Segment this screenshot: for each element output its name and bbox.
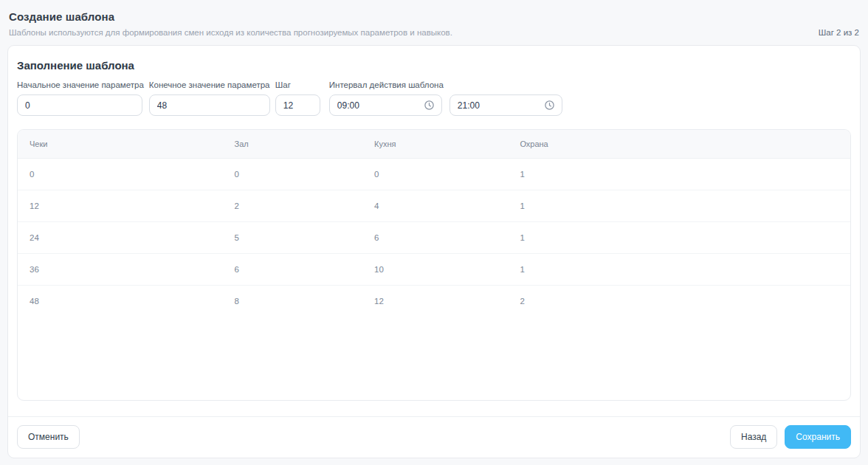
column-header-security: Охрана	[508, 130, 850, 159]
column-header-checks: Чеки	[18, 130, 222, 159]
page-header: Создание шаблона Шаблоны используются дл…	[7, 10, 861, 37]
step-field: Шаг	[275, 80, 320, 116]
table-body: 0 0 0 1 12 2 4 1	[18, 159, 850, 317]
footer-right-buttons: Назад Сохранить	[730, 425, 851, 449]
clock-icon[interactable]	[424, 100, 435, 111]
save-button[interactable]: Сохранить	[785, 425, 851, 449]
cell-kitchen: 12	[362, 286, 508, 317]
start-value-input[interactable]	[17, 94, 142, 116]
cell-checks: 48	[18, 286, 222, 317]
step-input[interactable]	[275, 94, 320, 116]
time-from-wrap	[329, 94, 442, 116]
section-title: Заполнение шаблона	[17, 59, 851, 72]
start-value-label: Начальное значение параметра	[17, 80, 144, 89]
table-row: 36 6 10 1	[18, 254, 850, 286]
cell-security: 2	[508, 286, 850, 317]
step-label: Шаг	[275, 80, 320, 89]
cell-checks: 24	[18, 222, 222, 254]
step-indicator: Шаг 2 из 2	[819, 28, 859, 37]
page: Создание шаблона Шаблоны используются дл…	[0, 0, 868, 458]
card-footer: Отменить Назад Сохранить	[8, 416, 860, 458]
cell-checks: 12	[18, 190, 222, 222]
interval-field: Интервал действия шаблона	[329, 80, 562, 116]
page-subtitle: Шаблоны используются для формирования см…	[9, 28, 452, 37]
end-value-field: Конечное значение параметра	[149, 80, 270, 116]
cancel-button[interactable]: Отменить	[17, 425, 80, 449]
column-header-hall: Зал	[222, 130, 362, 159]
cell-security: 1	[508, 159, 850, 190]
cell-hall: 5	[222, 222, 362, 254]
clock-icon[interactable]	[544, 100, 555, 111]
table-header-row: Чеки Зал Кухня Охрана	[18, 130, 850, 159]
cell-kitchen: 6	[362, 222, 508, 254]
template-table-container: Чеки Зал Кухня Охрана 0 0 0	[17, 129, 851, 401]
back-button[interactable]: Назад	[730, 425, 777, 449]
table-row: 48 8 12 2	[18, 286, 850, 317]
cell-security: 1	[508, 190, 850, 222]
cell-security: 1	[508, 222, 850, 254]
time-to-wrap	[450, 94, 562, 116]
end-value-label: Конечное значение параметра	[149, 80, 270, 89]
cell-hall: 6	[222, 254, 362, 286]
table-row: 24 5 6 1	[18, 222, 850, 254]
template-card: Заполнение шаблона Начальное значение па…	[7, 45, 861, 458]
cell-hall: 2	[222, 190, 362, 222]
interval-label: Интервал действия шаблона	[329, 80, 562, 89]
cell-checks: 0	[18, 159, 222, 190]
page-header-left: Создание шаблона Шаблоны используются дл…	[9, 10, 452, 37]
start-value-field: Начальное значение параметра	[17, 80, 144, 116]
cell-security: 1	[508, 254, 850, 286]
cell-hall: 0	[222, 159, 362, 190]
cell-kitchen: 4	[362, 190, 508, 222]
template-table: Чеки Зал Кухня Охрана 0 0 0	[18, 130, 850, 317]
cell-hall: 8	[222, 286, 362, 317]
interval-inputs	[329, 94, 562, 116]
column-header-kitchen: Кухня	[362, 130, 508, 159]
cell-kitchen: 0	[362, 159, 508, 190]
cell-kitchen: 10	[362, 254, 508, 286]
end-value-input[interactable]	[149, 94, 270, 116]
table-row: 12 2 4 1	[18, 190, 850, 222]
page-title: Создание шаблона	[9, 10, 452, 23]
form-row: Начальное значение параметра Конечное зн…	[17, 80, 851, 116]
cell-checks: 36	[18, 254, 222, 286]
table-header: Чеки Зал Кухня Охрана	[18, 130, 850, 159]
card-body: Заполнение шаблона Начальное значение па…	[8, 46, 860, 416]
table-row: 0 0 0 1	[18, 159, 850, 190]
